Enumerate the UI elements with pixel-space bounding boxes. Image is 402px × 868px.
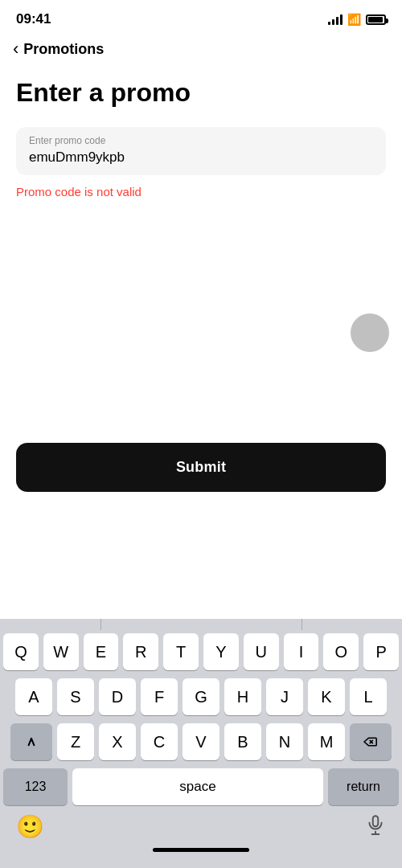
key-p[interactable]: P [363, 633, 399, 670]
key-shift[interactable] [10, 723, 52, 760]
key-return[interactable]: return [328, 768, 399, 805]
back-button[interactable]: ‹ Promotions [13, 40, 104, 58]
nav-bar: ‹ Promotions [0, 34, 402, 68]
nav-title: Promotions [23, 41, 104, 58]
status-icons: 📶 [328, 13, 386, 26]
key-space[interactable]: space [72, 768, 323, 805]
submit-button[interactable]: Submit [16, 443, 386, 492]
floating-circle [351, 313, 389, 352]
promo-input-container[interactable]: Enter promo code [16, 127, 386, 175]
emoji-icon[interactable]: 🙂 [16, 813, 44, 840]
keyboard-row-3: Z X C V B N M [0, 723, 402, 760]
key-r[interactable]: R [123, 633, 158, 670]
key-z[interactable]: Z [57, 723, 94, 760]
key-numbers[interactable]: 123 [3, 768, 68, 805]
keyboard-emoji-row: 🙂 [0, 813, 402, 840]
promo-code-input[interactable] [29, 149, 373, 166]
key-t[interactable]: T [163, 633, 199, 670]
promo-input-label: Enter promo code [29, 135, 373, 146]
status-bar: 09:41 📶 [0, 0, 402, 34]
key-k[interactable]: K [308, 678, 345, 715]
key-q[interactable]: Q [3, 633, 39, 670]
microphone-icon[interactable] [365, 814, 386, 840]
submit-area: Submit [16, 443, 386, 492]
keyboard-row-2: A S D F G H J K L [0, 678, 402, 715]
key-j[interactable]: J [266, 678, 303, 715]
key-f[interactable]: F [141, 678, 178, 715]
key-n[interactable]: N [266, 723, 303, 760]
key-c[interactable]: C [141, 723, 178, 760]
key-u[interactable]: U [244, 633, 279, 670]
key-delete[interactable] [350, 723, 392, 760]
main-content: Enter a promo Enter promo code Promo cod… [0, 68, 402, 199]
key-l[interactable]: L [350, 678, 387, 715]
page-heading: Enter a promo [16, 77, 386, 108]
key-m[interactable]: M [308, 723, 345, 760]
key-h[interactable]: H [224, 678, 261, 715]
keyboard: Q W E R T Y U I O P A S D F G H J K L Z … [0, 619, 402, 868]
key-a[interactable]: A [15, 678, 52, 715]
home-indicator [153, 848, 249, 852]
key-s[interactable]: S [57, 678, 94, 715]
keyboard-bottom-row: 123 space return [0, 768, 402, 805]
key-g[interactable]: G [183, 678, 219, 715]
key-v[interactable]: V [183, 723, 219, 760]
key-i[interactable]: I [284, 633, 319, 670]
keyboard-divider [0, 619, 402, 630]
back-chevron-icon: ‹ [13, 40, 18, 58]
key-y[interactable]: Y [203, 633, 239, 670]
key-w[interactable]: W [43, 633, 79, 670]
key-e[interactable]: E [84, 633, 119, 670]
battery-icon [366, 14, 386, 25]
key-o[interactable]: O [323, 633, 359, 670]
keyboard-row-1: Q W E R T Y U I O P [0, 633, 402, 670]
key-b[interactable]: B [224, 723, 261, 760]
svg-rect-2 [373, 816, 379, 826]
wifi-icon: 📶 [347, 13, 361, 26]
signal-icon [328, 14, 343, 25]
key-d[interactable]: D [99, 678, 136, 715]
key-x[interactable]: X [99, 723, 136, 760]
status-time: 09:41 [16, 11, 51, 27]
error-message: Promo code is not valid [16, 185, 386, 199]
